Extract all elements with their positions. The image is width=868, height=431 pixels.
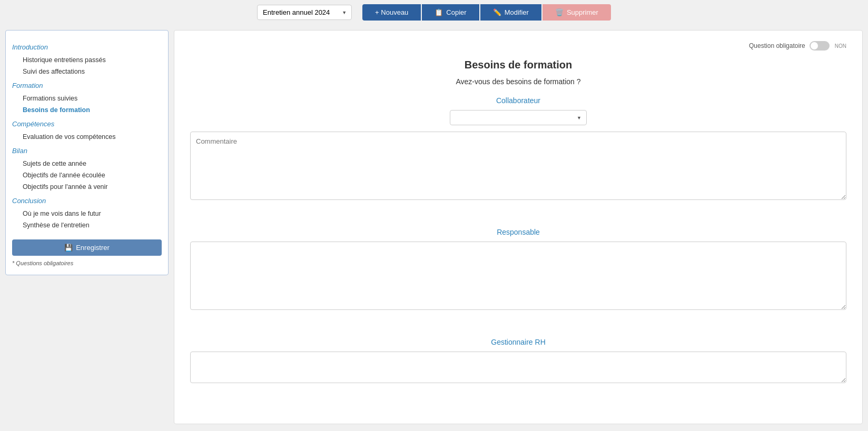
responsable-title: Responsable: [190, 228, 846, 236]
gestionnaire-section: Gestionnaire RH: [190, 338, 846, 385]
sidebar-item-formations-suivies[interactable]: Formations suivies: [12, 93, 162, 104]
sidebar-item-besoins-formation[interactable]: Besoins de formation: [12, 104, 162, 116]
sidebar-section-introduction: Introduction: [12, 43, 162, 51]
sidebar-item-objectifs-ecoules[interactable]: Objectifs de l'année écoulée: [12, 169, 162, 181]
sidebar-item-futur[interactable]: Où je me vois dans le futur: [12, 208, 162, 219]
gestionnaire-comment-textarea[interactable]: [190, 352, 846, 383]
main-layout: Introduction Historique entretiens passé…: [0, 25, 868, 429]
gestionnaire-title: Gestionnaire RH: [190, 338, 846, 346]
sidebar-item-synthese[interactable]: Synthèse de l'entretien: [12, 219, 162, 231]
section-subtitle: Avez-vous des besoins de formation ?: [190, 77, 846, 86]
modifier-button[interactable]: ✏️ Modifier: [480, 4, 541, 21]
toggle-label: NON: [835, 43, 846, 49]
toggle-track: [810, 41, 830, 51]
copy-icon: 📋: [435, 8, 443, 16]
save-icon: 💾: [64, 244, 73, 252]
collaborateur-select-container: [450, 110, 587, 125]
sidebar-item-objectifs-venir[interactable]: Objectifs pour l'année à venir: [12, 181, 162, 193]
collaborateur-section: Collaborateur: [190, 96, 846, 202]
nouveau-button[interactable]: + Nouveau: [362, 4, 421, 21]
divider-1: [190, 217, 846, 228]
question-obligatoire-row: Question obligatoire NON: [190, 41, 846, 51]
entretien-select[interactable]: Entretien annuel 2024Entretien annuel 20…: [257, 5, 352, 20]
sidebar-item-evaluation[interactable]: Evaluation de vos compétences: [12, 131, 162, 143]
dropdown-wrapper: Entretien annuel 2024Entretien annuel 20…: [257, 5, 352, 20]
collaborateur-select-wrapper: [190, 110, 846, 125]
sidebar-section-conclusion: Conclusion: [12, 197, 162, 205]
divider-2: [190, 327, 846, 338]
content-area: Question obligatoire NON Besoins de form…: [174, 30, 863, 424]
sidebar-section-competences: Compétences: [12, 120, 162, 128]
sidebar-item-suivi[interactable]: Suivi des affectations: [12, 66, 162, 77]
sidebar-item-historique[interactable]: Historique entretiens passés: [12, 54, 162, 66]
collaborateur-title: Collaborateur: [190, 96, 846, 105]
supprimer-button[interactable]: 🗑️ Supprimer: [542, 4, 611, 21]
sidebar-section-bilan: Bilan: [12, 147, 162, 155]
sidebar-item-sujets[interactable]: Sujets de cette année: [12, 158, 162, 169]
section-title: Besoins de formation: [190, 59, 846, 71]
toggle-thumb: [811, 42, 818, 49]
question-obligatoire-label: Question obligatoire: [749, 42, 805, 49]
collaborateur-comment-textarea[interactable]: [190, 132, 846, 200]
toolbar-buttons: + Nouveau 📋 Copier ✏️ Modifier 🗑️ Suppri…: [362, 4, 611, 21]
edit-icon: ✏️: [493, 8, 501, 16]
delete-icon: 🗑️: [555, 8, 564, 16]
sidebar-section-formation: Formation: [12, 82, 162, 89]
responsable-comment-textarea[interactable]: [190, 242, 846, 310]
sidebar: Introduction Historique entretiens passé…: [5, 30, 169, 275]
copier-button[interactable]: 📋 Copier: [422, 4, 479, 21]
save-button[interactable]: 💾 Enregistrer: [12, 239, 162, 256]
toggle-switch[interactable]: [810, 41, 830, 51]
responsable-section: Responsable: [190, 228, 846, 312]
toolbar: Entretien annuel 2024Entretien annuel 20…: [0, 0, 868, 25]
mandatory-note: * Questions obligatoires: [12, 260, 162, 266]
collaborateur-select[interactable]: [450, 110, 587, 125]
